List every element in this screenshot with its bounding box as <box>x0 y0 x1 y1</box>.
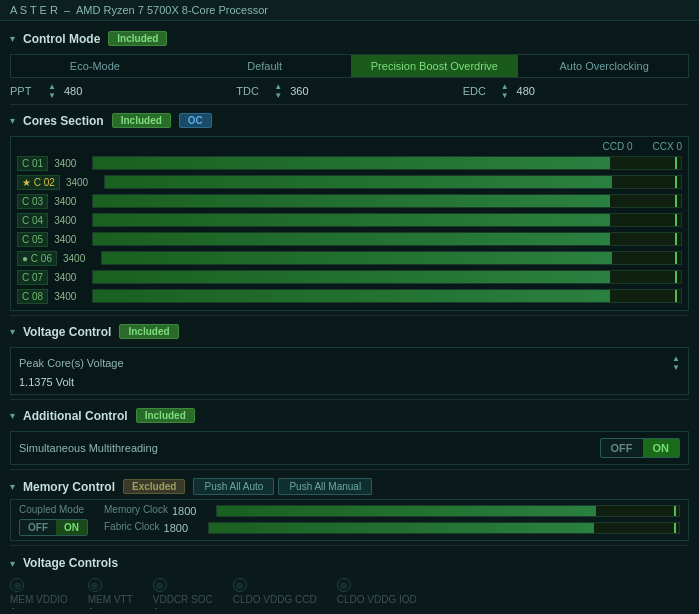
tdc-spinners[interactable]: ▲ ▼ <box>274 82 282 100</box>
smt-toggle: OFF ON <box>600 438 681 458</box>
voltage-control-title: Voltage Control <box>23 325 111 339</box>
voltage-control-header[interactable]: ▾ Voltage Control Included <box>10 320 689 343</box>
core-bar-7 <box>92 289 682 303</box>
fabric-clock-bar-fill <box>209 523 595 533</box>
core-bar-fill-2 <box>93 195 610 207</box>
smt-off-button[interactable]: OFF <box>601 439 643 457</box>
core-bar-tick-7 <box>675 290 677 302</box>
core-bar-tick-4 <box>675 233 677 245</box>
core-row: C 01 3400 <box>17 154 682 172</box>
voltage-ctrl-label-3: CLDO VDDG CCD <box>233 594 317 605</box>
memory-chevron: ▾ <box>10 481 15 492</box>
core-id-2: C 03 <box>17 194 48 209</box>
core-row: C 08 3400 <box>17 287 682 305</box>
additional-chevron: ▾ <box>10 410 15 421</box>
ppt-value: 480 <box>64 85 104 97</box>
smt-on-button[interactable]: ON <box>643 439 680 457</box>
core-bar-tick-5 <box>675 252 677 264</box>
core-bar-2 <box>92 194 682 208</box>
cores-oc-badge: OC <box>179 113 212 128</box>
voltage-spinners[interactable]: ▲ ▼ <box>672 354 680 372</box>
fabric-clock-bar <box>208 522 680 534</box>
core-row: C 05 3400 <box>17 230 682 248</box>
divider-1 <box>10 104 689 105</box>
core-id-1: ★ C 02 <box>17 175 60 190</box>
smt-label: Simultaneous Multithreading <box>19 442 158 454</box>
core-value-1: 3400 <box>66 177 98 188</box>
core-row: ● C 06 3400 <box>17 249 682 267</box>
control-mode-badge: Included <box>108 31 167 46</box>
voltage-ctrl-item-0: ◎ MEM VDDIO Auto <box>10 578 68 609</box>
core-value-6: 3400 <box>54 272 86 283</box>
voltage-ctrl-label-2: VDDCR SOC <box>153 594 213 605</box>
core-row: C 07 3400 <box>17 268 682 286</box>
default-mode-button[interactable]: Default <box>181 55 349 77</box>
additional-control-header[interactable]: ▾ Additional Control Included <box>10 404 689 427</box>
cores-included-badge: Included <box>112 113 171 128</box>
auto-oc-mode-button[interactable]: Auto Overclocking <box>520 55 688 77</box>
core-bar-3 <box>92 213 682 227</box>
memory-clock-group: Memory Clock 1800 <box>104 504 680 517</box>
ccd-label: CCD 0 <box>603 141 633 152</box>
control-mode-header[interactable]: ▾ Control Mode Included <box>10 27 689 50</box>
memory-clock-bar-fill <box>217 506 596 516</box>
core-bar-5 <box>101 251 682 265</box>
title-bar: A S T E R – AMD Ryzen 7 5700X 8-Core Pro… <box>0 0 699 21</box>
voltage-ctrl-item-1: ◎ MEM VTT Auto <box>88 578 133 609</box>
peak-voltage-row: Peak Core(s) Voltage ▲ ▼ <box>19 352 680 374</box>
push-all-auto-button[interactable]: Push All Auto <box>193 478 274 495</box>
voltage-controls-grid: ◎ MEM VDDIO Auto ◎ MEM VTT Auto ◎ VDDCR … <box>10 578 689 609</box>
edc-spinners[interactable]: ▲ ▼ <box>501 82 509 100</box>
core-bar-fill-3 <box>93 214 610 226</box>
core-bar-tick-3 <box>675 214 677 226</box>
memory-push-buttons: Push All Auto Push All Manual <box>193 478 372 495</box>
voltage-ctrl-value-0: Auto <box>10 607 31 609</box>
cores-section-header[interactable]: ▾ Cores Section Included OC <box>10 109 689 132</box>
coupled-toggle: OFF ON <box>19 519 88 536</box>
core-bar-fill-4 <box>93 233 610 245</box>
voltage-controls-header[interactable]: ▾ Voltage Controls <box>10 552 689 574</box>
core-bar-6 <box>92 270 682 284</box>
core-bar-0 <box>92 156 682 170</box>
pbo-mode-button[interactable]: Precision Boost Overdrive <box>351 55 519 77</box>
push-all-manual-button[interactable]: Push All Manual <box>278 478 372 495</box>
cores-container: C 01 3400 ★ C 02 3400 C 03 3400 C 04 340… <box>17 154 682 305</box>
eco-mode-button[interactable]: Eco-Mode <box>11 55 179 77</box>
core-value-4: 3400 <box>54 234 86 245</box>
core-bar-tick-0 <box>675 157 677 169</box>
voltage-ctrl-item-4: ◎ CLDO VDDG IOD <box>337 578 417 609</box>
voltage-chevron: ▾ <box>10 326 15 337</box>
fabric-clock-group: Fabric Clock 1800 <box>104 521 680 534</box>
divider-2 <box>10 315 689 316</box>
edc-value: 480 <box>517 85 557 97</box>
app-prefix: A S T E R <box>10 4 58 16</box>
title-separator: – <box>64 4 70 16</box>
core-value-3: 3400 <box>54 215 86 226</box>
fabric-clock-row: Fabric Clock 1800 <box>104 521 680 534</box>
coupled-on-button[interactable]: ON <box>56 520 87 535</box>
voltage-controls-title: Voltage Controls <box>23 556 118 570</box>
fabric-clock-bar-tick <box>674 523 676 533</box>
tdc-value: 360 <box>290 85 330 97</box>
core-row: ★ C 02 3400 <box>17 173 682 191</box>
voltage-controls-chevron: ▾ <box>10 558 15 569</box>
memory-control-header[interactable]: ▾ Memory Control Excluded Push All Auto … <box>10 474 689 499</box>
voltage-ctrl-icon-3: ◎ <box>233 578 247 592</box>
voltage-controls-section: ▾ Voltage Controls ◎ MEM VDDIO Auto ◎ ME… <box>10 552 689 609</box>
core-id-3: C 04 <box>17 213 48 228</box>
ccd-header: CCD 0 CCX 0 <box>17 141 682 152</box>
control-mode-buttons: Eco-Mode Default Precision Boost Overdri… <box>10 54 689 78</box>
coupled-mode-label: Coupled Mode <box>19 504 88 515</box>
memory-control-title: Memory Control <box>23 480 115 494</box>
edc-label: EDC <box>463 85 493 97</box>
divider-5 <box>10 545 689 546</box>
core-id-4: C 05 <box>17 232 48 247</box>
cores-chevron: ▾ <box>10 115 15 126</box>
voltage-ctrl-label-1: MEM VTT <box>88 594 133 605</box>
edc-group: EDC ▲ ▼ 480 <box>463 82 689 100</box>
core-row: C 04 3400 <box>17 211 682 229</box>
coupled-off-button[interactable]: OFF <box>20 520 56 535</box>
voltage-ctrl-label-4: CLDO VDDG IOD <box>337 594 417 605</box>
ppt-spinners[interactable]: ▲ ▼ <box>48 82 56 100</box>
coupled-mode-group: Coupled Mode OFF ON <box>19 504 88 536</box>
